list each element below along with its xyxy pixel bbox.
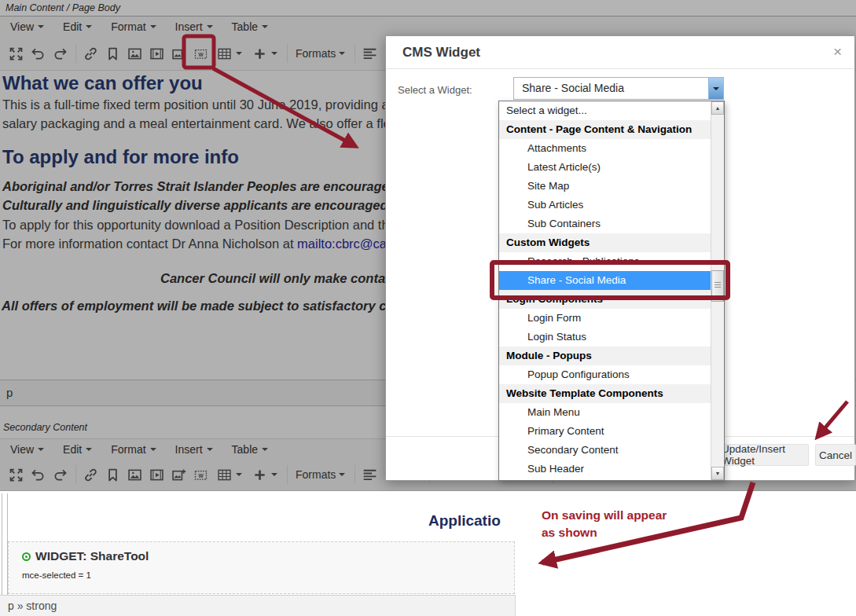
menu-edit[interactable]: Edit [53,16,101,37]
insert-link-icon [83,46,99,62]
cms-widget-icon [193,46,209,62]
cancel-button[interactable]: Cancel [815,444,856,466]
option-research-publications[interactable]: Research - Publications [499,252,711,271]
option-login-form[interactable]: Login Form [499,309,711,328]
option-secondary-content[interactable]: Secondary Content [499,441,711,460]
option-share-social-media[interactable]: Share - Social Media [499,271,711,290]
toolbar-button-label: Formats [296,47,336,60]
element-path: p » strong [8,600,57,612]
chevron-down-icon [713,87,719,90]
option-sub-articles[interactable]: Sub Articles [499,196,711,214]
chevron-down-icon [150,25,156,28]
redo-icon[interactable] [50,463,70,486]
scrollbar-down-icon[interactable]: ▼ [711,467,724,480]
widget-block-title: WIDGET: ShareTool [35,549,149,563]
table-icon[interactable] [212,463,246,486]
menu-insert[interactable]: Insert [166,16,222,37]
widget-select[interactable]: Share - Social Media [513,77,724,100]
edit-image-icon[interactable] [168,42,189,65]
content-heading-apply: To apply and for more info [2,146,239,168]
redo-icon [52,46,68,62]
cms-widget-icon[interactable] [190,463,211,486]
insert-more-icon[interactable] [248,463,281,486]
menu-table[interactable]: Table [222,16,277,37]
menu-label: Table [232,20,258,33]
menu-format[interactable]: Format [101,439,165,459]
paragraph-line: To apply for this opportunity download a… [2,218,396,232]
option-sub-header[interactable]: Sub Header [499,460,711,478]
menu-label: Format [111,443,145,456]
undo-icon [30,467,46,483]
option-group-content-page-content-navigation: Content - Page Content & Navigation [499,120,711,139]
insert-image-icon [127,467,143,483]
insert-media-icon [149,46,165,62]
table-icon[interactable] [212,42,246,65]
select-dropdown-button[interactable] [708,78,723,99]
chevron-down-icon [86,25,92,28]
anchor-icon[interactable] [102,42,123,65]
inserted-widget-block[interactable]: WIDGET: ShareTool mce-selected = 1 [8,541,515,594]
formats-dropdown[interactable]: Formats [292,463,349,486]
toolbar-separator [75,44,76,63]
widget-select-value: Share - Social Media [522,78,624,99]
status-bar-result: p » strong [0,595,516,616]
paragraph-line: For more information contact Dr Anna Nic… [2,236,297,251]
option-login-status[interactable]: Login Status [499,328,711,346]
option-group-login-components: Login Components [499,290,711,309]
content-paragraph-encourage: Aboriginal and/or Torres Strait Islander… [2,178,404,214]
option-popup-configurations[interactable]: Popup Configurations [499,365,711,384]
insert-image-icon[interactable] [124,42,145,65]
option-select-a-widget[interactable]: Select a widget... [499,101,711,120]
update-insert-widget-button[interactable]: Update/Insert Widget [721,444,809,466]
align-left-icon[interactable] [359,42,380,65]
undo-icon[interactable] [28,42,48,65]
edit-image-icon[interactable] [168,463,189,486]
insert-media-icon[interactable] [146,463,167,486]
editor-menubar-main: ViewEditFormatInsertTable [0,16,856,37]
formats-dropdown[interactable]: Formats [292,42,349,65]
chevron-down-icon [262,25,268,28]
menu-label: Edit [63,443,82,456]
fullscreen-icon [8,467,24,483]
scrollbar-grip [715,284,721,285]
anchor-icon[interactable] [102,463,123,486]
chevron-down-icon [339,52,345,55]
insert-image-icon[interactable] [124,463,145,486]
option-group-module-popups: Module - Popups [499,346,711,365]
option-latest-article-s[interactable]: Latest Article(s) [499,158,711,177]
option-sub-containers[interactable]: Sub Containers [499,214,711,233]
scrollbar-thumb[interactable] [711,270,724,302]
menu-insert[interactable]: Insert [166,439,222,459]
close-icon[interactable]: × [833,36,842,68]
paragraph-line: Aboriginal and/or Torres Strait Islander… [2,179,397,193]
undo-icon[interactable] [28,463,48,486]
chevron-down-icon [262,448,268,451]
table-icon [216,467,233,483]
menu-view[interactable]: View [1,16,53,37]
menu-label: Insert [175,20,203,33]
align-left-icon[interactable] [359,463,380,486]
fullscreen-icon[interactable] [6,42,26,65]
menu-view[interactable]: View [1,439,53,459]
menu-edit[interactable]: Edit [53,439,101,459]
chevron-down-icon [339,473,345,476]
option-main-menu[interactable]: Main Menu [499,403,711,422]
cms-widget-icon[interactable] [190,42,211,65]
insert-media-icon[interactable] [146,42,167,65]
insert-more-icon[interactable] [248,42,281,65]
menu-format[interactable]: Format [101,16,165,37]
insert-link-icon[interactable] [80,463,101,486]
menu-label: View [10,443,34,456]
dropdown-scrollbar[interactable]: ▲ ▼ [711,101,724,480]
menu-table[interactable]: Table [222,439,277,459]
align-left-icon [362,467,378,483]
insert-link-icon[interactable] [80,42,101,65]
scrollbar-up-icon[interactable]: ▲ [711,101,724,115]
option-site-map[interactable]: Site Map [499,177,711,196]
fullscreen-icon[interactable] [6,463,26,486]
option-attachments[interactable]: Attachments [499,139,711,158]
option-primary-content[interactable]: Primary Content [499,422,711,441]
content-heading-offer: What we can offer you [2,72,203,94]
redo-icon[interactable] [50,42,70,65]
annotation-note-line: On saving will appear [542,507,667,524]
